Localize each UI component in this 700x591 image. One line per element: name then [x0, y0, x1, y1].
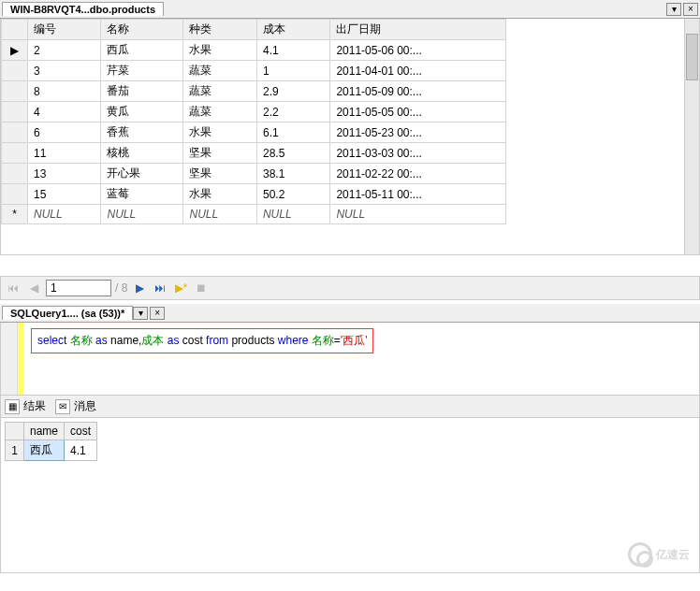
cell[interactable]: 水果	[183, 184, 256, 205]
col-id[interactable]: 编号	[28, 20, 101, 40]
cell[interactable]: 2.9	[256, 81, 329, 102]
table-tab-bar: WIN-B8RVQT4...dbo.products ▾ ×	[0, 0, 700, 19]
cell[interactable]: 开心果	[101, 164, 183, 184]
cell-null[interactable]: NULL	[183, 205, 256, 224]
query-tab[interactable]: SQLQuery1.... (sa (53))*	[2, 306, 133, 320]
result-cell-name[interactable]: 西瓜	[24, 440, 65, 461]
cell[interactable]: 8	[28, 81, 101, 102]
col-type[interactable]: 种类	[183, 20, 256, 40]
table-row[interactable]: ▶2西瓜水果4.12011-05-06 00:...	[2, 40, 506, 61]
cell[interactable]: 2011-03-03 00:...	[330, 143, 506, 164]
result-row[interactable]: 1 西瓜 4.1	[6, 440, 97, 461]
cell[interactable]: 坚果	[183, 143, 256, 164]
data-grid[interactable]: 编号 名称 种类 成本 出厂日期 ▶2西瓜水果4.12011-05-06 00:…	[1, 19, 506, 224]
page-input[interactable]	[46, 280, 111, 296]
cell[interactable]: 核桃	[101, 143, 183, 164]
col-date[interactable]: 出厂日期	[330, 20, 506, 40]
table-row[interactable]: 15蓝莓水果50.22011-05-11 00:...	[2, 184, 506, 205]
cell[interactable]: 蔬菜	[183, 61, 256, 81]
cell[interactable]: 3	[28, 61, 101, 81]
table-row[interactable]: 6香蕉水果6.12011-05-23 00:...	[2, 123, 506, 143]
table-row[interactable]: 11核桃坚果28.52011-03-03 00:...	[2, 143, 506, 164]
cell[interactable]: 香蕉	[101, 123, 183, 143]
cell[interactable]: 蔬菜	[183, 102, 256, 123]
cell[interactable]: 13	[28, 164, 101, 184]
cell[interactable]: 番茄	[101, 81, 183, 102]
last-button[interactable]: ⏭	[152, 280, 168, 296]
result-cell-cost[interactable]: 4.1	[65, 440, 97, 461]
cell[interactable]: 6.1	[256, 123, 329, 143]
messages-label: 消息	[74, 398, 96, 414]
table-row[interactable]: 13开心果坚果38.12011-02-22 00:...	[2, 164, 506, 184]
cell[interactable]: 2011-05-23 00:...	[330, 123, 506, 143]
cell[interactable]: 4.1	[256, 40, 329, 61]
cell[interactable]: 38.1	[256, 164, 329, 184]
results-tab[interactable]: ▦ 结果	[5, 398, 46, 414]
cell[interactable]: 4	[28, 102, 101, 123]
cell-null[interactable]: NULL	[256, 205, 329, 224]
close-tab-button[interactable]: ×	[683, 3, 698, 16]
col-cost[interactable]: 成本	[256, 20, 329, 40]
table-row-new[interactable]: *NULLNULLNULLNULLNULL	[2, 205, 506, 224]
next-button[interactable]: ▶	[131, 280, 148, 296]
row-selector[interactable]: ▶	[2, 40, 28, 61]
cell[interactable]: 2.2	[256, 102, 329, 123]
cell[interactable]: 2011-02-22 00:...	[330, 164, 506, 184]
table-tab[interactable]: WIN-B8RVQT4...dbo.products	[2, 2, 164, 16]
row-selector[interactable]	[2, 164, 28, 184]
row-selector[interactable]: *	[2, 205, 28, 224]
cell[interactable]: 蔬菜	[183, 81, 256, 102]
cell[interactable]: 水果	[183, 123, 256, 143]
row-header-blank	[2, 20, 28, 40]
cell[interactable]: 2011-04-01 00:...	[330, 61, 506, 81]
query-dropdown-button[interactable]: ▾	[133, 307, 148, 320]
cell[interactable]: 2011-05-05 00:...	[330, 102, 506, 123]
cell-null[interactable]: NULL	[330, 205, 506, 224]
data-grid-container: 编号 名称 种类 成本 出厂日期 ▶2西瓜水果4.12011-05-06 00:…	[0, 19, 700, 255]
table-row[interactable]: 8番茄蔬菜2.92011-05-09 00:...	[2, 81, 506, 102]
vertical-scrollbar[interactable]	[684, 19, 699, 254]
cell[interactable]: 西瓜	[101, 40, 183, 61]
table-row[interactable]: 4黄瓜蔬菜2.22011-05-05 00:...	[2, 102, 506, 123]
cell[interactable]: 2011-05-09 00:...	[330, 81, 506, 102]
row-selector[interactable]	[2, 61, 28, 81]
cell[interactable]: 芹菜	[101, 61, 183, 81]
row-selector[interactable]	[2, 102, 28, 123]
cell[interactable]: 坚果	[183, 164, 256, 184]
row-selector[interactable]	[2, 143, 28, 164]
cell[interactable]: 28.5	[256, 143, 329, 164]
cell[interactable]: 2011-05-06 00:...	[330, 40, 506, 61]
watermark: 亿速云	[628, 542, 690, 567]
cell[interactable]: 15	[28, 184, 101, 205]
results-toolbar: ▦ 结果 ✉ 消息	[0, 396, 700, 418]
cell[interactable]: 1	[256, 61, 329, 81]
cell[interactable]: 50.2	[256, 184, 329, 205]
results-grid[interactable]: name cost 1 西瓜 4.1	[5, 422, 97, 461]
messages-tab[interactable]: ✉ 消息	[55, 398, 96, 414]
cell[interactable]: 2	[28, 40, 101, 61]
first-button[interactable]: ⏮	[5, 280, 22, 296]
cell[interactable]: 6	[28, 123, 101, 143]
cell[interactable]: 水果	[183, 40, 256, 61]
row-selector[interactable]	[2, 123, 28, 143]
query-close-button[interactable]: ×	[150, 307, 165, 320]
dropdown-button[interactable]: ▾	[666, 3, 681, 16]
result-col-cost[interactable]: cost	[65, 423, 97, 440]
row-selector[interactable]	[2, 184, 28, 205]
col-name[interactable]: 名称	[101, 20, 183, 40]
prev-button[interactable]: ◀	[25, 280, 42, 296]
table-row[interactable]: 3芹菜蔬菜12011-04-01 00:...	[2, 61, 506, 81]
cell-null[interactable]: NULL	[28, 205, 101, 224]
sql-code[interactable]: select 名称 as name,成本 as cost from produc…	[23, 323, 699, 395]
cell[interactable]: 11	[28, 143, 101, 164]
sql-editor[interactable]: select 名称 as name,成本 as cost from produc…	[0, 323, 700, 396]
cell[interactable]: 蓝莓	[101, 184, 183, 205]
cell[interactable]: 黄瓜	[101, 102, 183, 123]
query-tab-bar: SQLQuery1.... (sa (53))* ▾ ×	[0, 304, 700, 323]
result-col-name[interactable]: name	[24, 423, 65, 440]
cell[interactable]: 2011-05-11 00:...	[330, 184, 506, 205]
cell-null[interactable]: NULL	[101, 205, 183, 224]
row-selector[interactable]	[2, 81, 28, 102]
stop-button[interactable]: ⏹	[193, 280, 210, 296]
new-row-button[interactable]: ▶*	[172, 280, 189, 296]
